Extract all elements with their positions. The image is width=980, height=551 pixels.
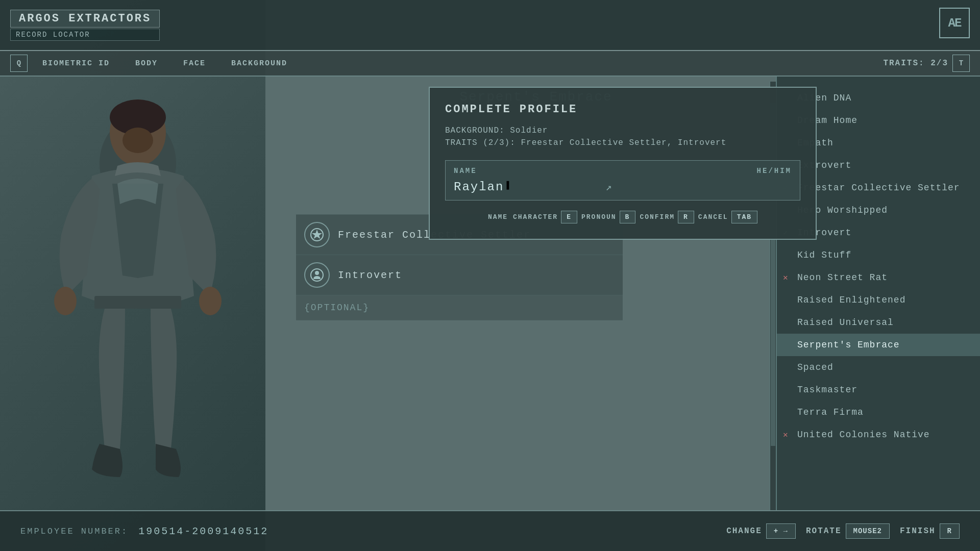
q-button[interactable]: Q xyxy=(10,55,28,72)
character-svg xyxy=(10,82,265,500)
rotate-key: MOUSE2 xyxy=(846,523,890,539)
modal-overlay: COMPLETE PROFILE BACKGROUND: Soldier TRA… xyxy=(265,77,980,510)
change-label: CHANGE xyxy=(726,527,762,536)
cancel-btn[interactable]: CANCEL TAB xyxy=(698,211,757,223)
name-character-key: E xyxy=(561,211,577,223)
modal-name-section: NAME HE/HIM Raylan ▌ ↗ xyxy=(445,160,800,201)
nav-tabs: Q BIOMETRIC ID BODY FACE BACKGROUND TRAI… xyxy=(0,51,980,77)
bottom-bar: EMPLOYEE NUMBER: 190514-2009140512 CHANG… xyxy=(0,510,980,551)
rotate-label: ROTATE xyxy=(806,527,842,536)
tab-body[interactable]: BODY xyxy=(125,56,168,71)
rotate-action[interactable]: ROTATE MOUSE2 xyxy=(806,523,890,539)
name-character-label: NAME CHARACTER xyxy=(488,213,558,221)
finish-action[interactable]: FINISH R xyxy=(900,523,960,539)
change-action[interactable]: CHANGE + → xyxy=(726,523,796,539)
character-image xyxy=(10,82,265,500)
confirm-btn[interactable]: CONFIRM R xyxy=(640,211,694,223)
cursor-arrow: ↗ xyxy=(605,181,611,193)
tab-background[interactable]: BACKGROUND xyxy=(220,56,298,71)
pronoun-action-label: PRONOUN xyxy=(581,213,617,221)
employee-label: EMPLOYEE NUMBER: xyxy=(20,527,128,536)
name-cursor: ▌ xyxy=(506,181,513,193)
employee-number: 190514-2009140512 xyxy=(138,525,268,537)
finish-key: R xyxy=(940,523,960,539)
svg-point-5 xyxy=(54,287,77,315)
complete-profile-modal: COMPLETE PROFILE BACKGROUND: Soldier TRA… xyxy=(429,87,817,240)
ae-logo: AE xyxy=(939,8,970,38)
record-locator: RECORD LOCATOR xyxy=(10,29,160,41)
name-character-btn[interactable]: NAME CHARACTER E xyxy=(488,211,577,223)
t-button[interactable]: T xyxy=(952,55,970,72)
modal-title: COMPLETE PROFILE xyxy=(445,103,800,116)
finish-label: FINISH xyxy=(900,527,936,536)
pronoun-label: HE/HIM xyxy=(757,167,792,175)
tab-biometric-id[interactable]: BIOMETRIC ID xyxy=(32,56,120,71)
modal-actions: NAME CHARACTER E PRONOUN B CONFIRM R CAN… xyxy=(445,211,800,223)
name-label: NAME xyxy=(454,167,477,175)
company-name: ARGOS EXTRACTORS xyxy=(10,10,160,28)
name-value: Raylan xyxy=(454,180,504,194)
pronoun-btn[interactable]: PRONOUN B xyxy=(581,211,635,223)
change-key: + → xyxy=(766,523,796,539)
company-info: ARGOS EXTRACTORS RECORD LOCATOR xyxy=(10,10,160,41)
svg-rect-7 xyxy=(94,296,181,309)
confirm-label: CONFIRM xyxy=(640,213,675,221)
modal-name-header: NAME HE/HIM xyxy=(454,167,792,175)
traits-indicator: TRAITS: 2/3 xyxy=(883,59,948,68)
character-background xyxy=(0,0,265,551)
modal-traits-info: TRAITS (2/3): Freestar Collective Settle… xyxy=(445,138,800,147)
confirm-key: R xyxy=(678,211,694,223)
modal-background-info: BACKGROUND: Soldier xyxy=(445,126,800,135)
top-bar: ARGOS EXTRACTORS RECORD LOCATOR AE xyxy=(0,0,980,51)
pronoun-key: B xyxy=(620,211,636,223)
svg-point-6 xyxy=(199,287,222,315)
cancel-label: CANCEL xyxy=(698,213,728,221)
svg-point-3 xyxy=(122,128,153,153)
bottom-actions: CHANGE + → ROTATE MOUSE2 FINISH R xyxy=(726,523,960,539)
cancel-key: TAB xyxy=(731,211,757,223)
tab-face[interactable]: FACE xyxy=(173,56,216,71)
